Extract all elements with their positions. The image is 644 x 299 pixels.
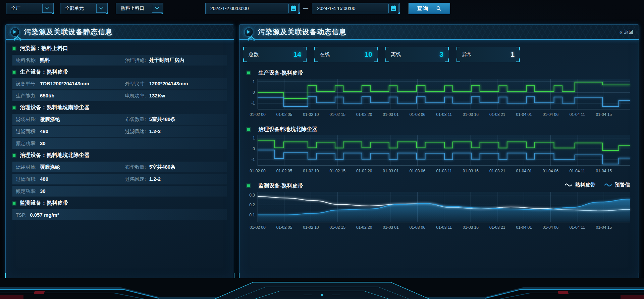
legend-item[interactable]: 熟料皮带 [565, 182, 595, 188]
info-row: 过滤面积:480过鸿风速:1.2-2 [12, 174, 227, 184]
corner-bracket [243, 47, 247, 50]
x-tick-label: 01-02 20 [356, 112, 372, 117]
y-tick-label: 0 [253, 146, 255, 151]
date-from-input[interactable]: 2024-1-2 00:00:00 [205, 3, 300, 14]
query-button[interactable]: 查询 [409, 3, 450, 14]
green-square-icon [12, 106, 16, 110]
field-value: 覆膜涤纶 [40, 164, 60, 170]
x-tick-label: 01-03 11 [436, 169, 452, 173]
stat-label: 异常 [462, 51, 472, 58]
green-square-icon [12, 71, 16, 74]
info-cell: 物料名称:熟料 [14, 57, 125, 63]
x-tick-label: 01-02 10 [303, 225, 319, 230]
info-cell: 设备型号:TDB1200*204143mm [14, 81, 125, 87]
field-value: 1200*204143mm [149, 81, 188, 86]
info-cell: 过滤面积:480 [14, 128, 125, 135]
field-label: 过滤面积: [16, 176, 37, 182]
x-tick-label: 01-02 10 [303, 112, 319, 117]
chevron-decoration [13, 36, 22, 42]
stat-card[interactable]: 总数14 [243, 47, 307, 62]
search-icon [436, 6, 441, 11]
chevron-down-icon[interactable] [42, 4, 52, 13]
x-tick-label: 01-02 15 [330, 169, 346, 173]
legend-item[interactable]: 预警信 [604, 182, 630, 188]
y-tick-label: 0 [253, 90, 255, 95]
field-value: 480 [40, 128, 48, 134]
y-tick-label: 0.3 [249, 193, 255, 198]
field-value: 0.057 mg/m³ [30, 212, 59, 218]
field-label: 治理措施: [125, 57, 146, 63]
corner-bracket [516, 47, 520, 50]
field-label: 过滤风速: [125, 128, 146, 135]
y-tick-label: 0.1 [249, 213, 255, 217]
static-info-panel: 污染源及关联设备静态信息 污染源：熟料上料口物料名称:熟料治理措施:处于封闭厂房… [5, 24, 234, 279]
back-button[interactable]: « 返回 [620, 29, 633, 35]
chart3-title-row: 监测设备-熟料皮带 熟料皮带预警信 [247, 182, 632, 190]
stat-card[interactable]: 在线10 [314, 47, 378, 62]
corner-bracket [314, 58, 318, 62]
stat-card[interactable]: 异常1 [457, 47, 520, 62]
field-label: 滤袋材质: [16, 164, 37, 170]
chart3-plot: 01-02 0001-02 0501-02 1001-02 1501-02 20… [244, 190, 635, 232]
source-select[interactable]: 熟料上料口 [116, 3, 163, 14]
y-tick-label: 1 [253, 79, 255, 84]
field-label: TSP: [16, 212, 26, 218]
chevron-down-icon[interactable] [152, 4, 162, 13]
field-label: 布华数量: [125, 164, 146, 170]
info-row: 过滤面积:480过滤风速:1.2-2 [12, 126, 227, 137]
x-tick-label: 01-04 01 [516, 225, 532, 230]
section-header-text: 监测设备：熟料皮带 [20, 200, 68, 207]
x-tick-label: 01-03 06 [410, 112, 426, 117]
info-cell: 电机功率:132Kw [125, 93, 165, 99]
x-tick-label: 01-04 06 [543, 112, 559, 117]
x-tick-label: 01-04 15 [596, 225, 612, 230]
field-label: 物料名称: [16, 57, 37, 63]
field-value: 1.2-2 [149, 128, 161, 134]
info-cell: 生产能力:650t/h [14, 93, 125, 99]
stat-card[interactable]: 离线3 [385, 47, 449, 62]
corner-bracket [385, 58, 389, 62]
field-label: 滤袋材质: [16, 116, 37, 123]
x-tick-label: 01-04 11 [570, 169, 585, 173]
double-left-chevron-icon: « [620, 29, 623, 35]
x-tick-label: 01-04 11 [570, 225, 585, 230]
plant-select[interactable]: 全厂 [6, 3, 54, 14]
chart2-title-row: 治理设备料地坑北除尘器 [247, 125, 632, 133]
x-tick-label: 01-02 05 [276, 225, 292, 230]
chevron-down-icon[interactable] [96, 4, 106, 13]
calendar-icon[interactable] [388, 4, 398, 13]
dynamic-panel-header: 污染源及关联设备动态信息 « 返回 [239, 25, 639, 40]
x-tick-label: 01-02 05 [276, 112, 292, 117]
x-tick-label: 01-03 16 [463, 169, 479, 173]
y-tick-label: -1 [251, 101, 255, 105]
x-tick-label: 01-04 15 [596, 169, 612, 173]
section-header: 生产设备：熟料皮带 [12, 68, 227, 76]
static-panel-title: 污染源及关联设备静态信息 [24, 27, 113, 37]
field-value: 熟料 [40, 57, 50, 63]
corner-bracket [385, 47, 389, 50]
chart1-title-row: 生产设备-熟料皮带 [247, 69, 632, 77]
x-tick-label: 01-02 10 [303, 169, 319, 173]
toolbar: 全厂 全部单元 熟料上料口 2024-1-2 00:00:00 — 2024-1 [0, 3, 644, 15]
stat-value: 14 [293, 50, 301, 58]
calendar-icon[interactable] [288, 4, 299, 13]
corner-bracket [303, 58, 307, 62]
x-tick-label: 01-02 00 [250, 169, 266, 173]
chart1-title: 生产设备-熟料皮带 [258, 70, 303, 77]
info-row: TSP:0.057 mg/m³ [12, 209, 227, 220]
info-row: 额定功率:30 [12, 186, 227, 197]
green-square-icon [247, 128, 250, 131]
info-cell: 治理措施:处于封闭厂房内 [125, 57, 184, 63]
field-value: 30 [40, 140, 46, 146]
corner-bracket [445, 47, 449, 50]
section-header-text: 污染源：熟料上料口 [20, 45, 68, 52]
y-tick-label: -1 [251, 157, 255, 162]
static-panel-header: 污染源及关联设备静态信息 [6, 25, 234, 40]
info-cell: 滤袋材质:覆膜涤纶 [14, 116, 125, 123]
legend-label: 熟料皮带 [575, 182, 595, 188]
date-to-input[interactable]: 2024-1-4 15:00:00 [312, 3, 400, 14]
x-tick-label: 01-02 20 [356, 225, 372, 230]
unit-select[interactable]: 全部单元 [60, 3, 108, 14]
info-cell: 过鸿风速:1.2-2 [125, 176, 161, 182]
static-info-list: 污染源：熟料上料口物料名称:熟料治理措施:处于封闭厂房内生产设备：熟料皮带设备型… [12, 42, 227, 221]
